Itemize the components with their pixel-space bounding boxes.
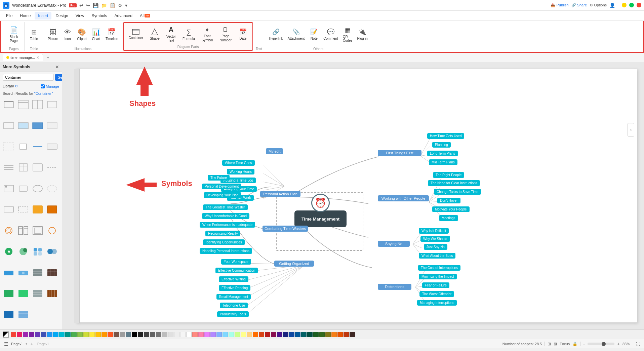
node-working-with-other-people[interactable]: Working with Other People [378, 195, 429, 201]
color-swatch-yellow-accent[interactable] [241, 332, 246, 337]
node-identifying-opportunities[interactable]: Identifying Opportunities [203, 239, 245, 245]
color-swatch-brown[interactable] [114, 332, 119, 337]
node-combating-time-wasters[interactable]: Combating Time Wasters [263, 226, 308, 232]
node-meetings[interactable]: Meetings [439, 215, 458, 221]
node-personal-action-plan[interactable]: Personal Action Plan [260, 191, 300, 197]
shape-item-12[interactable] [46, 161, 58, 173]
sidebar-toggle-btn[interactable]: ☰ [4, 341, 8, 347]
shape-item-21[interactable] [3, 225, 15, 237]
node-cost-of-interruptions[interactable]: The Cost of Interruptions [418, 265, 460, 271]
color-swatch-dark-grey[interactable] [144, 332, 149, 337]
timeline-btn[interactable]: 📅 Timeline [104, 27, 120, 42]
sidebar-search-input[interactable] [3, 74, 54, 81]
node-why-is-it-difficult[interactable]: Why is it Difficult [419, 228, 449, 234]
color-swatch-white[interactable] [186, 332, 192, 337]
zoom-level[interactable]: 85% [622, 342, 633, 346]
menu-design[interactable]: Design [52, 12, 71, 20]
shape-item-outline[interactable] [46, 99, 58, 111]
publish-btn[interactable]: 📤 Publish [551, 3, 568, 7]
shape-item-28[interactable] [46, 245, 58, 258]
shape-item-9[interactable] [3, 161, 15, 173]
color-swatch-pink[interactable] [17, 332, 22, 337]
share-btn[interactable]: 🔗 Share [571, 3, 587, 7]
node-where-time-goes[interactable]: Where Time Goes [222, 160, 255, 166]
color-swatch-deep-purple[interactable] [29, 332, 34, 337]
toolbar-collapse-btn[interactable]: ‹ [628, 123, 634, 136]
color-swatch-teal[interactable] [59, 332, 65, 337]
folder-btn[interactable]: 📁 [101, 3, 107, 8]
color-swatch-blue-grey[interactable] [126, 332, 131, 337]
color-swatch-deep-orange-accent[interactable] [259, 332, 264, 337]
note-btn[interactable]: 📝 Note [307, 27, 321, 42]
node-when-performance-inadequate[interactable]: When Performance is Inadequate [200, 222, 255, 228]
color-swatch-grey[interactable] [120, 332, 125, 337]
comment-btn[interactable]: 💬 Comment [321, 27, 340, 42]
shape-item-14[interactable] [17, 183, 29, 195]
tab-add-btn[interactable]: + [44, 53, 52, 62]
shape-btn[interactable]: Shape [148, 27, 162, 42]
shape-item-split[interactable] [32, 99, 44, 111]
color-swatch-teal-dark[interactable] [307, 332, 313, 337]
shape-item-7[interactable] [32, 141, 44, 153]
node-worst-offender[interactable]: The Worst Offender [419, 291, 454, 297]
container-btn[interactable]: Container [126, 28, 145, 41]
node-dont-hover[interactable]: Don't Hover [437, 198, 460, 203]
color-swatch-orange[interactable] [102, 332, 107, 337]
page-label[interactable]: Page-1 [11, 342, 23, 346]
color-swatch-purple-accent[interactable] [204, 332, 210, 337]
font-symbol-btn[interactable]: ♦ FontSymbol [200, 25, 215, 44]
node-need-clear-instructions[interactable]: The Need for Clear Instructions [428, 180, 480, 186]
node-saying-no[interactable]: Saying No [378, 241, 410, 247]
shape-item-35[interactable] [32, 287, 44, 300]
menu-advanced[interactable]: Advanced [111, 12, 136, 20]
date-btn[interactable]: 📅 Date [236, 27, 250, 42]
color-swatch-orange-accent[interactable] [247, 332, 252, 337]
shape-item-16[interactable] [46, 183, 58, 195]
page-number-btn[interactable]: 🗒 PageNumber [217, 25, 234, 44]
shape-item-1[interactable] [3, 119, 15, 131]
node-first-things-first[interactable]: First Things First [378, 150, 421, 156]
shape-item-11[interactable] [32, 161, 44, 173]
color-swatch-medium-grey[interactable] [150, 332, 155, 337]
node-uncomfortable-good[interactable]: Why Uncomfortable is Good [202, 213, 249, 219]
color-swatch-almost-white[interactable] [174, 332, 179, 337]
color-swatch-purple[interactable] [23, 332, 28, 337]
page-dropdown-arrow[interactable]: ▾ [26, 342, 28, 346]
shape-item-10[interactable] [17, 161, 29, 173]
node-distractions[interactable]: Distractions [378, 284, 411, 290]
shape-item-15[interactable] [32, 183, 44, 195]
shape-item-2[interactable] [17, 119, 29, 131]
shape-item-13[interactable] [3, 183, 15, 195]
shape-item-19[interactable] [32, 203, 44, 216]
sidebar-search-btn[interactable]: Search [55, 74, 62, 81]
plugin-btn[interactable]: 🔌 Plug-in [355, 27, 370, 42]
hyperlink-btn[interactable]: 🔗 Hyperlink [267, 27, 285, 42]
shape-item-26[interactable] [17, 245, 29, 258]
node-mid-term-plans[interactable]: Mid Term Plans [429, 159, 457, 165]
color-swatch-deep-orange-dark[interactable] [344, 332, 349, 337]
qr-codes-btn[interactable]: ▦ QRCodes [341, 25, 355, 44]
canvas-drawing[interactable]: ⏰ Time Management My edit Where Time Goe… [76, 69, 637, 323]
color-swatch-lime-dark[interactable] [325, 332, 331, 337]
shape-item-24[interactable] [46, 225, 58, 237]
formula-btn[interactable]: ∑ Formula [180, 27, 197, 42]
node-effective-reading[interactable]: Effective Reading [219, 285, 250, 291]
new-btn[interactable]: 📋 [110, 3, 115, 8]
color-swatch-lime[interactable] [77, 332, 83, 337]
shape-item-32[interactable] [46, 267, 58, 279]
options-btn[interactable]: ⚙ Options [590, 3, 607, 7]
node-just-say-no[interactable]: Just Say No [424, 244, 447, 250]
color-swatch-off-white[interactable] [180, 332, 186, 337]
color-picker-btn[interactable] [3, 332, 9, 338]
node-working-hours[interactable]: Working Hours [227, 169, 254, 174]
focus-label[interactable]: Focus [560, 342, 570, 346]
shape-item-23[interactable] [32, 225, 44, 237]
color-swatch-green-dark[interactable] [313, 332, 319, 337]
color-swatch-indigo-dark[interactable] [283, 332, 288, 337]
color-swatch-blue-accent[interactable] [216, 332, 222, 337]
save-btn[interactable]: 💾 [93, 3, 98, 8]
node-why-we-should[interactable]: Why We Should [420, 236, 450, 242]
color-swatch-green-accent[interactable] [235, 332, 240, 337]
menu-insert[interactable]: Insert [35, 12, 51, 20]
color-swatch-yellow[interactable] [89, 332, 95, 337]
